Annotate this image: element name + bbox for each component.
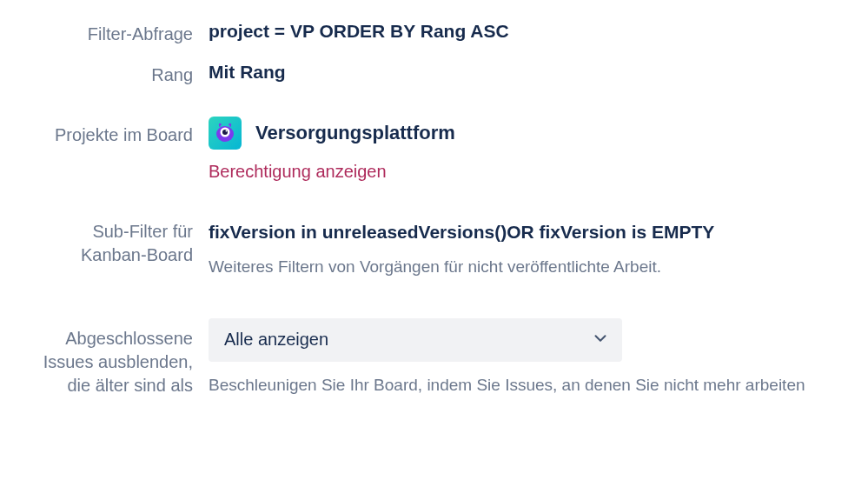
label-hide-completed: Abgeschlossene Issues ausblenden, die äl…	[0, 317, 209, 397]
svg-point-3	[226, 130, 228, 132]
hide-completed-helper: Beschleunigen Sie Ihr Board, indem Sie I…	[209, 374, 868, 397]
chevron-down-icon	[591, 329, 610, 351]
value-rank: Mit Rang	[209, 60, 868, 84]
board-settings-form: Filter-Abfrage project = VP ORDER BY Ran…	[0, 0, 868, 397]
label-rank: Rang	[0, 60, 209, 87]
dropdown-selected-text: Alle anzeigen	[224, 330, 328, 350]
label-sub-filter: Sub-Filter für Kanban-Board	[0, 220, 209, 267]
row-filter-query: Filter-Abfrage project = VP ORDER BY Ran…	[0, 19, 868, 46]
hide-completed-dropdown[interactable]: Alle anzeigen	[209, 318, 622, 362]
avatar-monster-icon	[214, 122, 236, 144]
value-filter-query: project = VP ORDER BY Rang ASC	[209, 19, 868, 43]
row-sub-filter: Sub-Filter für Kanban-Board fixVersion i…	[0, 220, 868, 278]
label-projects: Projekte im Board	[0, 117, 209, 147]
project-name: Versorgungsplattform	[255, 122, 455, 144]
view-permission-link[interactable]: Berechtigung anzeigen	[209, 162, 387, 182]
label-filter-query: Filter-Abfrage	[0, 19, 209, 46]
sub-filter-helper: Weiteres Filtern von Vorgängen für nicht…	[209, 256, 868, 278]
project-entry: Versorgungsplattform	[209, 117, 868, 150]
value-sub-filter: fixVersion in unreleasedVersions()OR fix…	[209, 220, 868, 244]
row-rank: Rang Mit Rang	[0, 60, 868, 87]
project-avatar-icon	[209, 117, 242, 150]
row-projects: Projekte im Board Versorgungsplattform B…	[0, 117, 868, 182]
row-hide-completed: Abgeschlossene Issues ausblenden, die äl…	[0, 317, 868, 397]
